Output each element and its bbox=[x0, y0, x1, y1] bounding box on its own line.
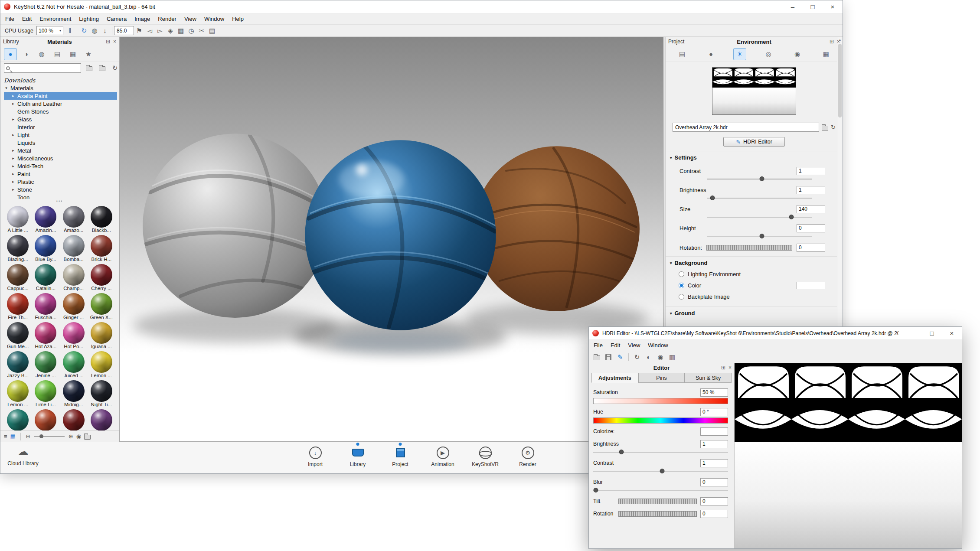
edit-pen-icon[interactable]: ✎ bbox=[615, 352, 625, 362]
slider-thumb[interactable] bbox=[660, 469, 664, 473]
menu-item-view[interactable]: View bbox=[180, 16, 200, 22]
tree-item-cloth-and-leather[interactable]: ▸Cloth and Leather bbox=[4, 100, 117, 108]
slider-thumb[interactable] bbox=[710, 196, 715, 200]
material-thumb-amazin[interactable]: Amazin... bbox=[32, 206, 59, 235]
camera-tab[interactable]: ◉ bbox=[791, 48, 804, 60]
cpu-usage-combo[interactable]: 100 % ▾ bbox=[36, 26, 63, 35]
material-thumb-fire-th[interactable]: Fire Th... bbox=[4, 293, 32, 322]
material-thumb-hot-po[interactable]: Hot Po... bbox=[60, 322, 88, 351]
tree-item-gem-stones[interactable]: Gem Stones bbox=[4, 108, 117, 115]
search-input[interactable] bbox=[12, 65, 81, 72]
grid-view-icon[interactable]: ▦ bbox=[10, 433, 16, 440]
hdri-preview-canvas[interactable] bbox=[735, 363, 962, 548]
menu-item-environment[interactable]: Environment bbox=[36, 16, 75, 22]
flag-icon[interactable]: ⚑ bbox=[134, 26, 144, 36]
thumbnail-zoom-slider[interactable] bbox=[34, 436, 65, 437]
tilt-drag-control[interactable] bbox=[618, 499, 697, 504]
float-panel-icon[interactable]: ⊞ bbox=[721, 365, 725, 371]
hue-gradient-bar[interactable] bbox=[593, 417, 728, 424]
environment-filename-field[interactable]: Overhead Array 2k.hdr bbox=[673, 123, 819, 132]
tree-item-plastic[interactable]: ▸Plastic bbox=[4, 178, 117, 186]
settings-section-header[interactable]: ▾ Settings bbox=[666, 151, 843, 163]
material-thumb-fuschia[interactable]: Fuschia... bbox=[32, 293, 59, 322]
menu-item-file[interactable]: File bbox=[590, 342, 607, 349]
material-thumb-hot-aza[interactable]: Hot Aza... bbox=[32, 322, 59, 351]
material-thumb-ginger[interactable]: Ginger ... bbox=[60, 293, 88, 322]
menu-item-view[interactable]: View bbox=[624, 342, 644, 349]
ground-section-header[interactable]: ▾ Ground bbox=[666, 306, 843, 319]
environment-preview[interactable] bbox=[712, 67, 796, 115]
colorize-color-swatch[interactable] bbox=[700, 427, 728, 436]
menu-item-help[interactable]: Help bbox=[228, 16, 248, 22]
material-thumb-a-little[interactable]: A Little ... bbox=[4, 206, 32, 235]
tree-item-light[interactable]: ▸Light bbox=[4, 131, 117, 139]
minimize-button[interactable]: – bbox=[783, 0, 803, 13]
contrast-value-field[interactable]: 1 bbox=[700, 459, 728, 467]
material-preview-icon[interactable]: ◍ bbox=[89, 26, 100, 36]
open-folder-icon[interactable] bbox=[97, 63, 107, 73]
search-box[interactable] bbox=[4, 63, 81, 73]
render-preview-icon[interactable]: ◉ bbox=[76, 433, 81, 440]
material-thumb-night-ti[interactable]: Night Ti... bbox=[88, 380, 115, 409]
material-thumb-juiced[interactable]: Juiced ... bbox=[60, 351, 88, 380]
dock-item-library[interactable]: Library bbox=[343, 445, 373, 467]
slider-thumb[interactable] bbox=[594, 488, 598, 492]
dock-item-keyshotvr[interactable]: KeyShotVR bbox=[470, 445, 500, 467]
dock-item-animation[interactable]: ▶Animation bbox=[428, 445, 458, 467]
material-thumb-unnamed[interactable] bbox=[88, 409, 115, 430]
materials-tab[interactable]: ● bbox=[4, 48, 17, 60]
full-res-icon[interactable]: ◉ bbox=[655, 352, 666, 362]
import-arrow-icon[interactable]: ↓ bbox=[100, 26, 110, 36]
favorites-tab[interactable]: ★ bbox=[82, 48, 95, 60]
main-titlebar[interactable]: KeyShot 6.2 Not For Resale - material_ba… bbox=[0, 0, 843, 13]
close-panel-icon[interactable]: × bbox=[728, 365, 732, 371]
tree-item-downloads[interactable]: Downloads bbox=[4, 76, 117, 84]
material-thumb-gun-me[interactable]: Gun Me... bbox=[4, 322, 32, 351]
float-panel-icon[interactable]: ⊞ bbox=[106, 39, 110, 45]
dock-item-render[interactable]: ⚙Render bbox=[513, 445, 543, 467]
textures-tab[interactable]: ▦ bbox=[66, 48, 79, 60]
brightness-value-field[interactable]: 1 bbox=[797, 186, 825, 194]
tab-sun-sky[interactable]: Sun & Sky bbox=[685, 373, 732, 383]
slider-thumb[interactable] bbox=[759, 176, 764, 181]
tree-item-axalta-paint[interactable]: ▸Axalta Paint bbox=[4, 92, 117, 100]
background-color-swatch[interactable] bbox=[797, 282, 825, 289]
material-thumb-lime-li[interactable]: Lime Li... bbox=[32, 380, 59, 409]
dock-item-import[interactable]: ↓Import bbox=[300, 445, 330, 467]
background-option-backplate-image[interactable]: Backplate Image bbox=[666, 291, 843, 302]
menu-item-file[interactable]: File bbox=[1, 16, 18, 22]
maximize-button[interactable]: □ bbox=[922, 327, 942, 339]
rotation-drag-control[interactable] bbox=[618, 511, 697, 517]
materials-tab[interactable]: ● bbox=[704, 48, 717, 60]
open-icon[interactable] bbox=[591, 352, 602, 362]
prev-view-icon[interactable]: ◅ bbox=[144, 26, 155, 36]
refresh-icon[interactable]: ↻ bbox=[110, 63, 120, 73]
minimize-button[interactable]: – bbox=[902, 327, 922, 339]
realtime-viewport[interactable] bbox=[119, 37, 663, 442]
menu-item-image[interactable]: Image bbox=[131, 16, 154, 22]
scrollbar-thumb[interactable] bbox=[838, 44, 842, 117]
tree-item-stone[interactable]: ▸Stone bbox=[4, 186, 117, 193]
slider-thumb[interactable] bbox=[759, 234, 764, 238]
material-thumb-blue-by[interactable]: Blue By... bbox=[32, 235, 59, 264]
tree-item-liquids[interactable]: Liquids bbox=[4, 139, 117, 147]
rotation-drag-control[interactable] bbox=[706, 245, 792, 251]
material-thumb-bomba[interactable]: Bomba... bbox=[60, 235, 88, 264]
environments-tab[interactable]: ◍ bbox=[35, 48, 48, 60]
blur-slider[interactable] bbox=[593, 487, 728, 493]
float-panel-icon[interactable]: ⊞ bbox=[830, 39, 834, 45]
backplates-tab[interactable]: ▤ bbox=[51, 48, 64, 60]
scene-tab[interactable]: ▤ bbox=[676, 48, 689, 60]
material-thumb-cappuc[interactable]: Cappuc... bbox=[4, 264, 32, 293]
menu-item-edit[interactable]: Edit bbox=[18, 16, 36, 22]
panels-icon[interactable]: ▤ bbox=[207, 26, 217, 36]
maximize-button[interactable]: □ bbox=[803, 0, 823, 13]
material-thumb-jenine[interactable]: Jenine ... bbox=[32, 351, 59, 380]
dock-item-cloud-library[interactable]: ☁ Cloud Library bbox=[7, 445, 39, 466]
brightness-slider[interactable] bbox=[707, 195, 812, 201]
pause-icon[interactable]: ‖ bbox=[65, 26, 75, 36]
tree-resize-handle[interactable]: ••• bbox=[0, 199, 119, 205]
menu-item-lighting[interactable]: Lighting bbox=[75, 16, 103, 22]
brightness-value-field[interactable]: 1 bbox=[700, 440, 728, 448]
image-tab[interactable]: ▦ bbox=[820, 48, 833, 60]
